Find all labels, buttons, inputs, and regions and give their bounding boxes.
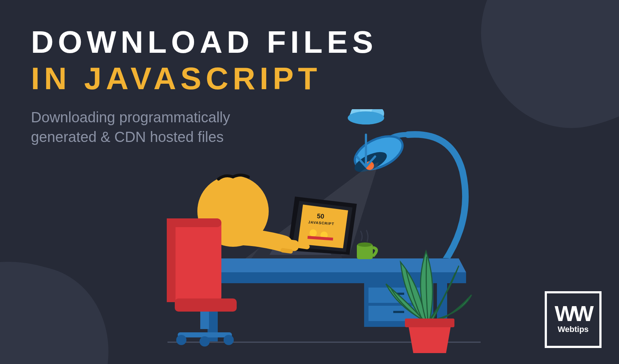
svg-text:50: 50 [317, 212, 324, 220]
svg-marker-26 [298, 205, 348, 248]
svg-point-44 [200, 336, 210, 347]
svg-rect-47 [405, 318, 454, 327]
logo-mark: WW [555, 305, 591, 323]
svg-point-43 [176, 335, 186, 345]
title-line-2: IN JAVASCRIPT [31, 61, 378, 96]
svg-rect-42 [200, 312, 209, 329]
title-line-1: DOWNLOAD FILES [31, 25, 378, 58]
logo-label: Webtips [557, 325, 588, 334]
hero-illustration: 50 JAVASCRIPT [160, 109, 488, 364]
webtips-logo: WW Webtips [545, 291, 602, 348]
decorative-blob-bottom-left [0, 241, 129, 364]
svg-point-33 [358, 242, 372, 247]
svg-point-11 [348, 111, 384, 124]
svg-point-45 [224, 335, 234, 345]
svg-rect-41 [175, 298, 237, 312]
svg-point-29 [310, 229, 317, 237]
svg-rect-21 [393, 311, 404, 313]
svg-rect-40 [167, 218, 176, 302]
